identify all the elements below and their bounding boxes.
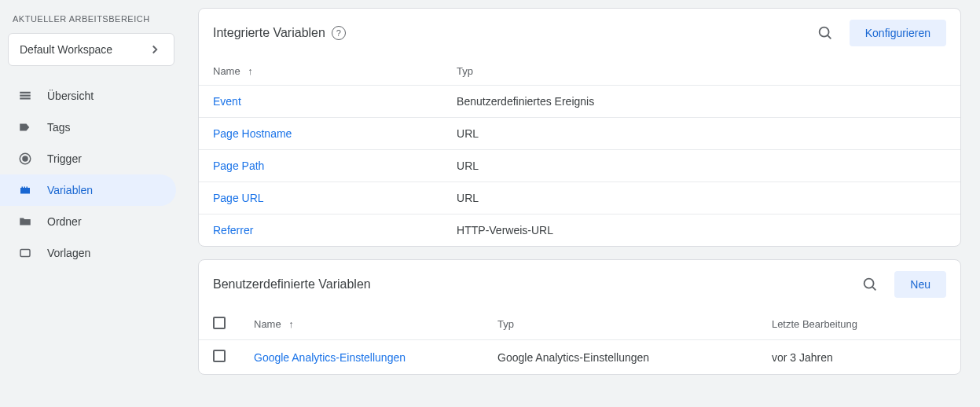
table-row[interactable]: Page Path URL xyxy=(199,150,960,182)
search-button[interactable] xyxy=(812,20,839,46)
svg-line-6 xyxy=(873,287,876,290)
variable-type: URL xyxy=(442,150,960,182)
column-header-edited[interactable]: Letzte Bearbeitung xyxy=(758,309,960,340)
sort-arrow-up-icon: ↑ xyxy=(248,65,253,77)
svg-rect-2 xyxy=(20,250,30,257)
card-actions: Neu xyxy=(857,271,946,298)
column-header-name[interactable]: Name ↑ xyxy=(240,309,483,340)
variable-edited: vor 3 Jahren xyxy=(758,340,960,375)
sidebar-item-label: Variablen xyxy=(47,184,93,196)
variable-name-link[interactable]: Google Analytics-Einstellungen xyxy=(254,351,406,364)
svg-point-3 xyxy=(819,28,828,37)
sidebar-item-trigger[interactable]: Trigger xyxy=(0,143,176,174)
search-icon xyxy=(861,276,879,293)
builtin-variables-table: Name ↑ Typ Event Benutzerdefiniertes Ere… xyxy=(199,57,960,246)
variable-name-link[interactable]: Page Hostname xyxy=(213,127,292,140)
card-actions: Konfigurieren xyxy=(812,20,946,46)
builtin-title-text: Integrierte Variablen xyxy=(213,26,325,40)
chevron-right-icon xyxy=(147,42,163,57)
table-row[interactable]: Referrer HTTP-Verweis-URL xyxy=(199,214,960,247)
workspace-section-label: AKTUELLER ARBEITSBEREICH xyxy=(0,9,182,28)
svg-point-5 xyxy=(864,279,874,288)
card-title: Integrierte Variablen ? xyxy=(213,26,346,40)
column-header-type[interactable]: Typ xyxy=(483,309,758,340)
svg-point-1 xyxy=(23,156,28,161)
workspace-name: Default Workspace xyxy=(20,43,112,56)
new-button[interactable]: Neu xyxy=(894,271,946,298)
table-row[interactable]: Page URL URL xyxy=(199,182,960,214)
variable-name-link[interactable]: Page URL xyxy=(213,192,264,204)
configure-button[interactable]: Konfigurieren xyxy=(850,20,946,46)
builtin-variables-card: Integrierte Variablen ? Konfigurieren Na… xyxy=(198,8,961,247)
variable-type: Benutzerdefiniertes Ereignis xyxy=(442,86,960,118)
variable-name-link[interactable]: Event xyxy=(213,95,241,108)
card-title: Benutzerdefinierte Variablen xyxy=(213,277,371,292)
column-header-label: Name xyxy=(254,318,281,330)
template-icon xyxy=(17,245,33,261)
sidebar-item-label: Ordner xyxy=(47,215,82,228)
table-row[interactable]: Google Analytics-Einstellungen Google An… xyxy=(199,340,960,375)
sidebar-item-folders[interactable]: Ordner xyxy=(0,206,176,237)
column-header-name[interactable]: Name ↑ xyxy=(199,57,442,86)
svg-line-4 xyxy=(828,35,831,38)
variable-type: URL xyxy=(442,118,960,150)
sidebar-item-label: Vorlagen xyxy=(47,247,90,259)
sort-arrow-up-icon: ↑ xyxy=(288,318,294,330)
tag-icon xyxy=(17,119,33,135)
card-header: Benutzerdefinierte Variablen Neu xyxy=(199,260,960,309)
card-header: Integrierte Variablen ? Konfigurieren xyxy=(199,9,960,57)
custom-variables-card: Benutzerdefinierte Variablen Neu Name ↑ xyxy=(198,259,961,375)
column-header-label: Name xyxy=(213,65,240,77)
table-row[interactable]: Page Hostname URL xyxy=(199,118,960,150)
variable-name-link[interactable]: Referrer xyxy=(213,224,253,236)
sidebar-item-variables[interactable]: Variablen xyxy=(0,174,176,206)
folder-icon xyxy=(17,214,33,229)
sidebar-item-label: Trigger xyxy=(47,152,82,165)
main-content: Integrierte Variablen ? Konfigurieren Na… xyxy=(189,0,980,395)
search-button[interactable] xyxy=(857,271,883,298)
sidebar: AKTUELLER ARBEITSBEREICH Default Workspa… xyxy=(0,0,189,395)
help-icon[interactable]: ? xyxy=(332,26,346,40)
sidebar-item-label: Übersicht xyxy=(47,90,94,102)
nav-list: Übersicht Tags Trigger Variablen Ordner xyxy=(0,80,182,269)
variable-type: URL xyxy=(442,182,960,214)
variable-name-link[interactable]: Page Path xyxy=(213,160,264,172)
trigger-icon xyxy=(17,151,33,167)
variable-icon xyxy=(17,182,33,198)
row-checkbox[interactable] xyxy=(213,350,226,362)
variable-type: Google Analytics-Einstellungen xyxy=(483,340,758,375)
sidebar-item-label: Tags xyxy=(47,121,71,134)
overview-icon xyxy=(17,88,33,104)
select-all-checkbox[interactable] xyxy=(213,317,226,329)
sidebar-item-tags[interactable]: Tags xyxy=(0,112,176,143)
column-header-type[interactable]: Typ xyxy=(442,57,960,86)
workspace-selector[interactable]: Default Workspace xyxy=(8,33,174,66)
column-header-checkbox[interactable] xyxy=(199,309,240,340)
table-row[interactable]: Event Benutzerdefiniertes Ereignis xyxy=(199,86,960,118)
variable-type: HTTP-Verweis-URL xyxy=(442,214,960,247)
custom-variables-table: Name ↑ Typ Letzte Bearbeitung Google Ana… xyxy=(199,309,960,374)
search-icon xyxy=(817,24,834,42)
sidebar-item-templates[interactable]: Vorlagen xyxy=(0,237,176,269)
sidebar-item-overview[interactable]: Übersicht xyxy=(0,80,176,112)
